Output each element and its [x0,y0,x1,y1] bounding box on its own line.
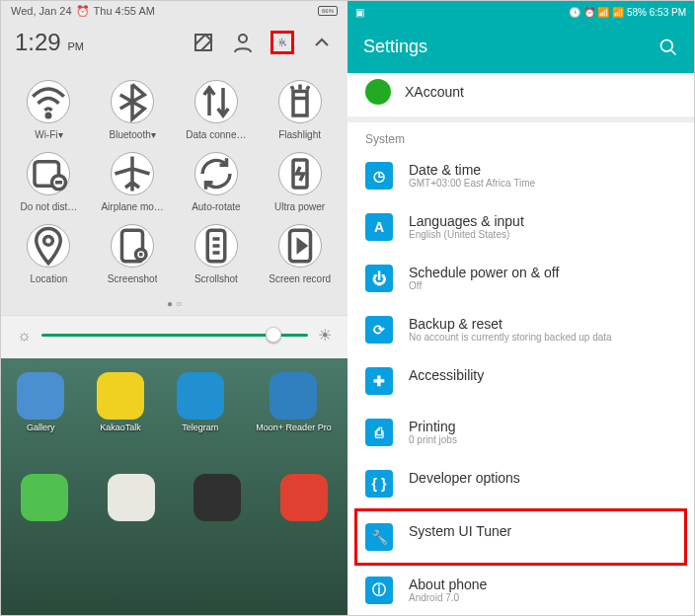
flashlight-icon [278,80,322,123]
record-icon [278,224,322,268]
account-avatar-icon [365,79,391,105]
qs-tile-rotate[interactable]: Auto-rotate [175,152,259,212]
setting-system-ui-tuner[interactable]: 🔧System UI Tuner [357,511,684,563]
svg-point-2 [280,41,283,44]
qs-tile-record[interactable]: Screen record [258,224,342,284]
app-icon-square [17,372,64,420]
app-dock[interactable] [21,474,68,521]
setting-title: Printing [409,419,457,434]
airplane-icon [111,152,154,195]
setting-schedule-power-on-off[interactable]: ⏻Schedule power on & offOff [348,253,694,304]
qs-tile-scrollshot[interactable]: Scrollshot [175,224,259,284]
app-KakaoTalk[interactable]: KakaoTalk [97,372,144,432]
screenshot-indicator-icon: ▣ [355,7,364,18]
qs-label: Airplane mo… [101,201,163,212]
brightness-slider[interactable]: ☼ ☀ [1,315,348,358]
setting-title: Schedule power on & off [409,265,559,280]
qs-tile-wifi[interactable]: Wi-Fi▾ [7,80,91,140]
setting-title: Languages & input [409,213,524,229]
setting-icon: ⓘ [365,577,393,604]
app-Moon+ Reader Pro[interactable]: Moon+ Reader Pro [256,372,331,432]
setting-icon: ✚ [365,367,393,395]
app-icon-square [21,474,68,521]
setting-icon: 🔧 [365,523,393,551]
location-icon [27,224,70,268]
app-icon-square [280,474,328,521]
quick-settings-grid: Wi-Fi▾Bluetooth▾Data conne…FlashlightDo … [1,64,348,292]
setting-title: Accessibility [409,367,484,383]
qs-tile-dnd[interactable]: Do not dist… [7,152,91,212]
account-row[interactable]: XAccount [348,73,694,122]
setting-icon: ⟳ [365,316,393,344]
qs-label: Wi-Fi▾ [35,129,62,140]
app-label: Telegram [182,423,218,432]
setting-date-time[interactable]: ◷Date & timeGMT+03:00 East Africa Time [348,150,694,201]
qs-tile-data[interactable]: Data conne… [175,80,259,140]
setting-developer-options[interactable]: { }Developer options [348,458,694,509]
app-Gallery[interactable]: Gallery [17,372,64,432]
svg-point-1 [239,35,247,42]
setting-backup-reset[interactable]: ⟳Backup & resetNo account is currently s… [348,304,694,355]
setting-title: System UI Tuner [409,523,511,539]
app-label: Gallery [27,423,55,432]
setting-subtitle: English (United States) [409,229,524,240]
brightness-low-icon: ☼ [17,327,32,345]
battery-icon: 66% [318,6,338,16]
rotate-icon [194,152,238,195]
alarm-icon: ⏰ [76,5,90,18]
qs-tile-location[interactable]: Location [7,224,91,284]
setting-subtitle: No account is currently storing backed u… [409,332,612,343]
edit-icon[interactable] [192,31,215,54]
app-dock[interactable] [108,474,155,521]
settings-header: Settings [348,23,694,73]
svg-rect-4 [293,92,307,116]
qs-tile-flashlight[interactable]: Flashlight [258,80,342,140]
qs-tile-airplane[interactable]: Airplane mo… [91,152,175,212]
setting-languages-input[interactable]: ALanguages & inputEnglish (United States… [348,201,694,253]
setting-printing[interactable]: ⎙Printing0 print jobs [348,407,694,458]
qs-label: Scrollshot [194,273,238,284]
ultra-icon [278,152,322,195]
qs-tile-screenshot[interactable]: Screenshot [91,224,175,284]
svg-point-13 [661,39,673,51]
dnd-icon [27,152,70,195]
setting-title: Backup & reset [409,316,612,332]
app-dock[interactable] [193,474,241,521]
qs-label: Bluetooth▾ [109,129,155,140]
qs-label: Screen record [269,273,331,284]
setting-icon: ⏻ [365,265,393,292]
account-label: XAccount [405,84,464,100]
data-icon [194,80,238,123]
user-icon[interactable] [231,31,255,54]
qs-tile-bluetooth[interactable]: Bluetooth▾ [91,80,175,140]
qs-label: Auto-rotate [192,201,240,212]
setting-title: Date & time [409,162,535,178]
settings-gear-icon[interactable] [270,31,294,54]
qs-label: Screenshot [108,273,158,284]
qs-label: Ultra power [274,201,325,212]
app-icon-square [193,474,241,521]
qs-header: 1:29 PM [1,21,348,64]
qs-tile-ultra[interactable]: Ultra power [258,152,342,212]
home-screen: GalleryKakaoTalkTelegramMoon+ Reader Pro [1,358,348,616]
status-time: 6:53 PM [650,7,686,18]
setting-accessibility[interactable]: ✚Accessibility [348,355,694,407]
qs-time: 1:29 PM [15,29,84,56]
battery-text: 58% [627,7,647,18]
setting-icon: ⎙ [365,419,393,446]
wifi-icon [27,80,70,123]
svg-point-3 [47,114,51,117]
app-dock[interactable] [280,474,328,521]
setting-about-phone[interactable]: ⓘAbout phoneAndroid 7.0 [348,565,694,616]
app-Telegram[interactable]: Telegram [177,372,224,432]
screenshot-icon [111,224,154,268]
setting-title: Developer options [409,470,520,486]
status-bar-right: ▣ 🕓 ⏰ 📶 📶 58% 6:53 PM [348,1,694,23]
quick-settings-panel: Wed, Jan 24 ⏰ Thu 4:55 AM 66% 1:29 PM Wi… [1,1,348,616]
settings-list: ◷Date & timeGMT+03:00 East Africa TimeAL… [348,150,694,616]
app-label: Moon+ Reader Pro [256,423,331,432]
collapse-icon[interactable] [310,31,334,54]
app-label: KakaoTalk [100,423,141,432]
search-icon[interactable] [658,38,678,57]
settings-screen: ▣ 🕓 ⏰ 📶 📶 58% 6:53 PM Settings XAccount … [348,1,694,616]
